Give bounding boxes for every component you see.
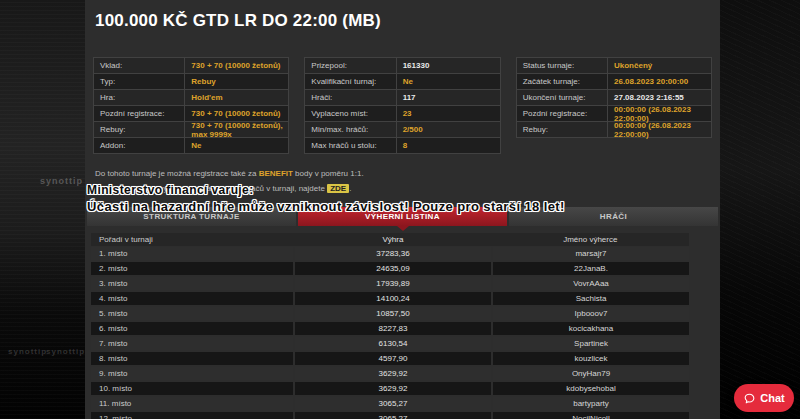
table-row: 4. místo 14100,24 Sachista — [91, 292, 689, 305]
detail-row: Vklad: 730 + 70 (10000 žetonů) — [94, 58, 288, 74]
detail-label: Pozdní registrace: — [94, 106, 185, 121]
detail-value: 26.08.2023 20:00:00 — [608, 77, 711, 86]
prize-cell: 8227,83 — [295, 322, 491, 335]
place-cell: 5. místo — [91, 307, 293, 320]
detail-row: Max hráčů u stolu: 8 — [305, 138, 499, 154]
detail-value: 730 + 70 (10000 žetonů), max 9999x — [185, 121, 288, 139]
detail-value: Ne — [397, 77, 500, 86]
table-row: 5. místo 10857,50 Ipbooov7 — [91, 307, 689, 320]
warning-title: Ministerstvo financí varuje: — [87, 183, 565, 197]
detail-row: Vyplaceno míst: 23 — [305, 106, 499, 122]
place-cell: 10. místo — [91, 382, 293, 395]
detail-label: Vyplaceno míst: — [305, 106, 396, 121]
brand-watermark: synottip — [8, 347, 47, 356]
detail-label: Začátek turnaje: — [517, 74, 608, 89]
stadium-background-right — [720, 0, 800, 419]
detail-value: 8 — [397, 141, 500, 150]
place-cell: 9. místo — [91, 367, 293, 380]
winner-cell: Ipbooov7 — [493, 307, 689, 320]
table-row: 2. místo 24635,09 22JanaB. — [91, 262, 689, 275]
gambling-warning: Ministerstvo financí varuje: Účasti na h… — [87, 183, 565, 214]
winner-cell: kdobysehobal — [493, 382, 689, 395]
detail-row: Prizepool: 161330 — [305, 58, 499, 74]
detail-value: 2/500 — [397, 125, 500, 134]
detail-value: Hold'em — [185, 93, 288, 102]
detail-value: Rebuy — [185, 77, 288, 86]
winners-table: Pořadí v turnaji Výhra Jméno výherce 1. … — [91, 233, 689, 419]
winner-cell: bartyparty — [493, 397, 689, 410]
prize-cell: 17939,89 — [295, 277, 491, 290]
detail-value: Ukončený — [608, 61, 711, 70]
winner-cell: Spartinek — [493, 337, 689, 350]
speech-bubble-icon — [743, 392, 756, 405]
detail-table-status: Status turnaje: Ukončený Začátek turnaje… — [516, 57, 712, 138]
benefit-highlight: BENEFIT — [259, 169, 293, 178]
prize-cell: 3629,92 — [295, 367, 491, 380]
detail-label: Status turnaje: — [517, 58, 608, 73]
winners-table-header: Pořadí v turnaji Výhra Jméno výherce — [91, 233, 689, 246]
detail-value: 27.08.2023 2:16:55 — [608, 93, 711, 102]
brand-watermark: synottip — [46, 347, 85, 356]
detail-row: Kvalifikační turnaj: Ne — [305, 74, 499, 90]
warning-text: Účasti na hazardní hře může vzniknout zá… — [87, 199, 565, 214]
detail-row: Status turnaje: Ukončený — [517, 58, 711, 74]
detail-label: Addon: — [94, 138, 185, 153]
detail-label: Prizepool: — [305, 58, 396, 73]
prize-cell: 10857,50 — [295, 307, 491, 320]
table-row: 8. místo 4597,90 kouzlicek — [91, 352, 689, 365]
tournament-detail-panel: 100.000 KČ GTD LR DO 22:00 (MB) Vklad: 7… — [85, 0, 720, 419]
detail-row: Min/max. hráčů: 2/500 — [305, 122, 499, 138]
detail-value: Ne — [185, 141, 288, 150]
winners-table-rows: 1. místo 37283,36 marsajr7 2. místo 2463… — [91, 247, 689, 419]
tournament-details: Vklad: 730 + 70 (10000 žetonů) Typ: Rebu… — [93, 57, 712, 154]
detail-row: Addon: Ne — [94, 138, 288, 154]
detail-table-entry: Vklad: 730 + 70 (10000 žetonů) Typ: Rebu… — [93, 57, 289, 154]
detail-label: Kvalifikační turnaj: — [305, 74, 396, 89]
winner-cell: marsajr7 — [493, 247, 689, 260]
place-cell: 12. místo — [91, 412, 293, 419]
detail-label: Rebuy: — [94, 122, 185, 137]
detail-value: 117 — [397, 93, 500, 102]
header-winner: Jméno výherce — [492, 235, 689, 244]
prize-cell: 3065,27 — [295, 412, 491, 419]
table-row: 6. místo 8227,83 kocicakhana — [91, 322, 689, 335]
place-cell: 6. místo — [91, 322, 293, 335]
prize-cell: 3065,27 — [295, 397, 491, 410]
detail-row: Rebuy: 730 + 70 (10000 žetonů), max 9999… — [94, 122, 288, 138]
table-row: 10. místo 3629,92 kdobysehobal — [91, 382, 689, 395]
detail-value: 161330 — [397, 61, 500, 70]
detail-row: Rebuy: 00:00:00 (26.08.2023 22:00:00) — [517, 122, 711, 138]
detail-label: Hra: — [94, 90, 185, 105]
benefit-note: Do tohoto turnaje je možná registrace ta… — [95, 168, 364, 180]
winner-cell: kouzlicek — [493, 352, 689, 365]
page: synottip synottip synottip 100.000 KČ GT… — [0, 0, 800, 419]
header-prize: Výhra — [294, 235, 491, 244]
winner-cell: OnyHan79 — [493, 367, 689, 380]
place-cell: 1. místo — [91, 247, 293, 260]
detail-label: Ukončení turnaje: — [517, 90, 608, 105]
place-cell: 3. místo — [91, 277, 293, 290]
table-row: 9. místo 3629,92 OnyHan79 — [91, 367, 689, 380]
detail-table-stats: Prizepool: 161330 Kvalifikační turnaj: N… — [304, 57, 500, 154]
winner-cell: NocilNicoll — [493, 412, 689, 419]
table-row: 11. místo 3065,27 bartyparty — [91, 397, 689, 410]
detail-label: Min/max. hráčů: — [305, 122, 396, 137]
detail-value: 730 + 70 (10000 žetonů) — [185, 61, 288, 70]
prize-cell: 4597,90 — [295, 352, 491, 365]
detail-label: Rebuy: — [517, 122, 608, 137]
prize-cell: 24635,09 — [295, 262, 491, 275]
detail-label: Hráči: — [305, 90, 396, 105]
chat-button[interactable]: Chat — [734, 384, 794, 412]
detail-label: Pozdní registrace: — [517, 106, 608, 121]
detail-label: Typ: — [94, 74, 185, 89]
place-cell: 2. místo — [91, 262, 293, 275]
detail-value: 730 + 70 (10000 žetonů) — [185, 109, 288, 118]
table-row: 7. místo 6130,54 Spartinek — [91, 337, 689, 350]
table-row: 1. místo 37283,36 marsajr7 — [91, 247, 689, 260]
detail-row: Hra: Hold'em — [94, 90, 288, 106]
place-cell: 4. místo — [91, 292, 293, 305]
prize-cell: 14100,24 — [295, 292, 491, 305]
detail-row: Typ: Rebuy — [94, 74, 288, 90]
detail-row: Hráči: 117 — [305, 90, 499, 106]
page-title: 100.000 KČ GTD LR DO 22:00 (MB) — [95, 11, 381, 31]
